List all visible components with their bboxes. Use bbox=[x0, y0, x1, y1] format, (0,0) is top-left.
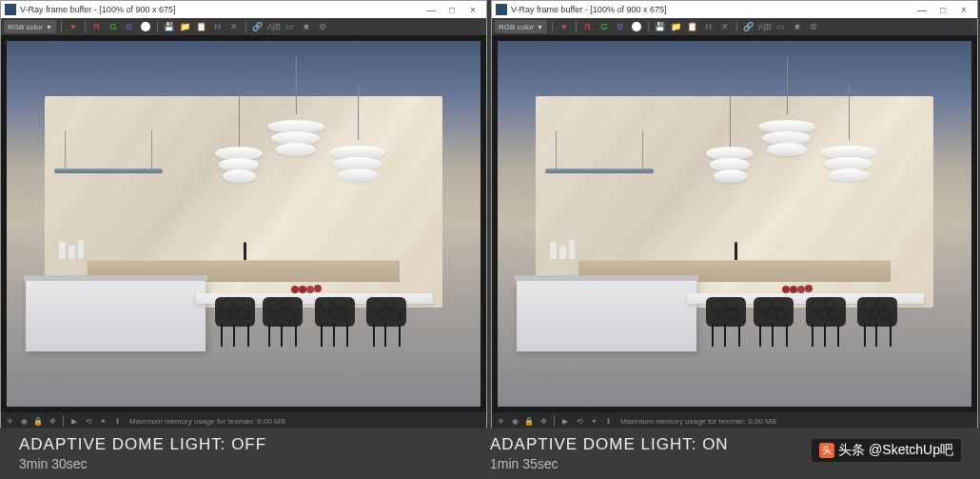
lock-icon[interactable]: 🔒 bbox=[32, 415, 44, 427]
save-icon[interactable]: 💾 bbox=[654, 20, 667, 33]
channel-label: RGB color bbox=[499, 23, 534, 31]
refresh-icon[interactable]: ⟲ bbox=[83, 415, 94, 427]
titlebar: V-Ray frame buffer - [100% of 900 x 675]… bbox=[1, 1, 486, 18]
memory-text: Maximum memory usage for texman: 0.00 MB bbox=[129, 417, 285, 426]
history-icon[interactable]: H bbox=[702, 20, 715, 33]
caption-title-left: ADAPTIVE DOME LIGHT: OFF bbox=[19, 435, 490, 454]
clipboard-icon[interactable]: 📋 bbox=[686, 20, 699, 33]
link-icon[interactable]: 🔗 bbox=[251, 20, 265, 33]
wipe-icon[interactable]: ✕ bbox=[227, 20, 241, 33]
channel-label: RGB color bbox=[8, 23, 43, 31]
window-title: V-Ray frame buffer - [100% of 900 x 675] bbox=[20, 5, 421, 14]
compare-icon[interactable]: A|B bbox=[267, 20, 281, 33]
watermark-handle: @SketchUp吧 bbox=[869, 442, 953, 459]
watermark: 头 头条 @SketchUp吧 bbox=[812, 439, 961, 462]
play-icon[interactable]: ▶ bbox=[559, 415, 571, 427]
color-picker-icon[interactable]: ◉ bbox=[509, 415, 520, 427]
channel-dropdown[interactable]: RGB color ▼ bbox=[4, 20, 56, 33]
region-icon[interactable]: ▭ bbox=[774, 20, 788, 33]
lock-icon[interactable]: 🔒 bbox=[523, 415, 535, 427]
caption-time-left: 3min 30sec bbox=[19, 456, 490, 471]
vfb-window-left: V-Ray frame buffer - [100% of 900 x 675]… bbox=[0, 0, 487, 429]
chevron-down-icon: ▼ bbox=[537, 24, 543, 30]
maximize-button[interactable]: □ bbox=[933, 3, 952, 16]
red-channel-button[interactable]: R bbox=[581, 20, 595, 33]
watermark-prefix: 头条 bbox=[838, 442, 865, 459]
info-icon[interactable]: ℹ bbox=[111, 415, 123, 427]
window-title: V-Ray frame buffer - [100% of 900 x 675] bbox=[511, 5, 912, 14]
maximize-button[interactable]: □ bbox=[442, 3, 461, 16]
app-icon bbox=[496, 4, 507, 15]
info-icon[interactable]: ℹ bbox=[602, 415, 614, 427]
pan-icon[interactable]: ✥ bbox=[47, 415, 58, 427]
memory-text: Maximum memory usage for texman: 0.00 MB bbox=[620, 417, 776, 426]
cursor-icon[interactable]: ✛ bbox=[4, 415, 15, 427]
wipe-icon[interactable]: ✕ bbox=[718, 20, 732, 33]
toolbar: RGB color ▼ ♥ R G B 💾 📁 📋 H ✕ 🔗 A|B ▭ ■ … bbox=[1, 18, 486, 35]
caption-left: ADAPTIVE DOME LIGHT: OFF 3min 30sec bbox=[19, 435, 490, 471]
red-channel-button[interactable]: R bbox=[90, 20, 104, 33]
stamp-icon[interactable]: ✦ bbox=[97, 415, 108, 427]
render-image bbox=[7, 41, 480, 407]
green-channel-button[interactable]: G bbox=[598, 20, 611, 33]
blue-channel-button[interactable]: B bbox=[123, 20, 136, 33]
mono-button[interactable] bbox=[630, 20, 643, 33]
render-viewport[interactable] bbox=[492, 35, 977, 412]
render-image bbox=[498, 41, 971, 407]
compare-icon[interactable]: A|B bbox=[758, 20, 772, 33]
favorite-icon[interactable]: ♥ bbox=[558, 20, 571, 33]
render-viewport[interactable] bbox=[1, 35, 486, 412]
stop-icon[interactable]: ■ bbox=[791, 20, 804, 33]
favorite-icon[interactable]: ♥ bbox=[67, 20, 80, 33]
pan-icon[interactable]: ✥ bbox=[538, 415, 549, 427]
close-button[interactable]: × bbox=[463, 3, 482, 16]
region-icon[interactable]: ▭ bbox=[284, 20, 297, 33]
chevron-down-icon: ▼ bbox=[46, 24, 52, 30]
stop-icon[interactable]: ■ bbox=[300, 20, 313, 33]
open-icon[interactable]: 📁 bbox=[179, 20, 192, 33]
stamp-icon[interactable]: ✦ bbox=[588, 415, 599, 427]
titlebar: V-Ray frame buffer - [100% of 900 x 675]… bbox=[492, 1, 977, 18]
minimize-button[interactable]: — bbox=[912, 3, 931, 16]
close-button[interactable]: × bbox=[954, 3, 973, 16]
channel-dropdown[interactable]: RGB color ▼ bbox=[495, 20, 547, 33]
history-icon[interactable]: H bbox=[211, 20, 225, 33]
minimize-button[interactable]: — bbox=[421, 3, 441, 16]
play-icon[interactable]: ▶ bbox=[69, 415, 80, 427]
cursor-icon[interactable]: ✛ bbox=[495, 415, 506, 427]
link-icon[interactable]: 🔗 bbox=[742, 20, 755, 33]
watermark-icon: 头 bbox=[819, 443, 834, 458]
mono-button[interactable] bbox=[139, 20, 152, 33]
clipboard-icon[interactable]: 📋 bbox=[195, 20, 208, 33]
app-icon bbox=[5, 4, 16, 15]
green-channel-button[interactable]: G bbox=[107, 20, 120, 33]
save-icon[interactable]: 💾 bbox=[163, 20, 176, 33]
vfb-window-right: V-Ray frame buffer - [100% of 900 x 675]… bbox=[491, 0, 978, 429]
toolbar: RGB color ▼ ♥ R G B 💾 📁 📋 H ✕ 🔗 A|B ▭ ■ … bbox=[492, 18, 977, 35]
open-icon[interactable]: 📁 bbox=[670, 20, 683, 33]
blue-channel-button[interactable]: B bbox=[614, 20, 627, 33]
color-picker-icon[interactable]: ◉ bbox=[18, 415, 29, 427]
settings-icon[interactable]: ⚙ bbox=[807, 20, 820, 33]
refresh-icon[interactable]: ⟲ bbox=[574, 415, 585, 427]
settings-icon[interactable]: ⚙ bbox=[316, 20, 329, 33]
